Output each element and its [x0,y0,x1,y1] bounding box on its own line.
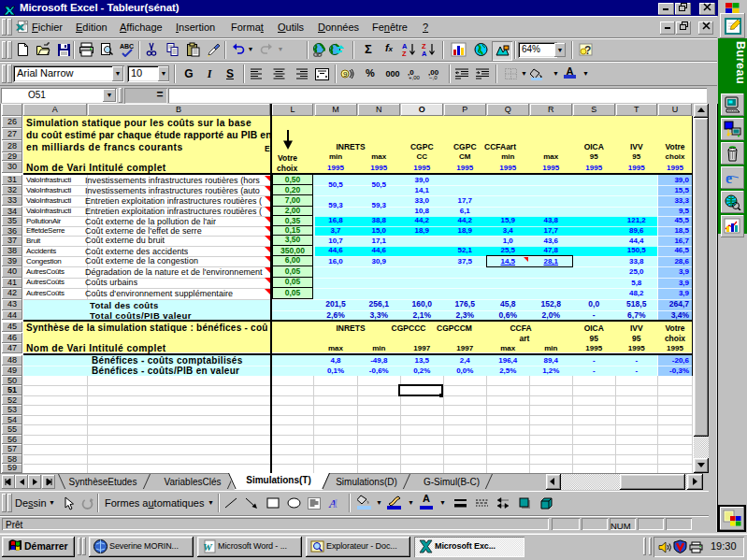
svg-text:+,00: +,00 [409,75,421,80]
svg-text:W: W [203,541,213,553]
svg-text:Z: Z [402,50,407,57]
svg-text:l: l [334,496,338,510]
svg-text:e: e [725,170,732,186]
svg-text:ABC: ABC [120,43,134,50]
svg-text:A: A [422,50,427,57]
svg-text:?: ? [584,44,591,57]
svg-text:−,0: −,0 [429,75,438,80]
svg-text:9: 9 [343,70,348,79]
